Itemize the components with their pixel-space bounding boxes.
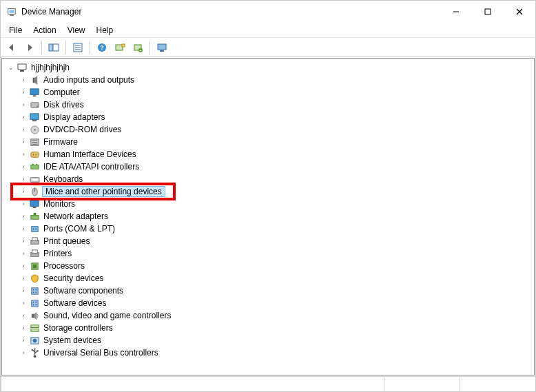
chevron-right-icon[interactable]: › — [19, 76, 28, 83]
chevron-right-icon[interactable]: › — [19, 89, 28, 96]
svg-rect-20 — [158, 44, 166, 50]
chevron-right-icon[interactable]: › — [19, 250, 28, 257]
menu-file[interactable]: File — [3, 24, 28, 37]
computer-icon — [17, 62, 28, 73]
show-hide-tree-button[interactable] — [45, 40, 62, 55]
tree-item[interactable]: ›Printers — [2, 247, 534, 260]
svg-rect-42 — [36, 163, 37, 165]
chevron-right-icon[interactable]: › — [19, 337, 28, 344]
chevron-right-icon[interactable]: › — [19, 114, 28, 121]
device-tree-pane[interactable]: ⌄ hjjhjhjhjhjh ›Audio inputs and outputs… — [1, 58, 535, 375]
minimize-button[interactable] — [440, 1, 472, 23]
tree-item-label: Mice and other pointing devices — [42, 186, 165, 197]
chevron-right-icon[interactable]: › — [19, 138, 28, 145]
svg-point-32 — [34, 129, 36, 131]
tree-item[interactable]: ›Human Interface Devices — [2, 148, 534, 161]
chevron-right-icon[interactable]: › — [19, 126, 28, 133]
printer-icon — [29, 248, 40, 259]
tree-item-label: Storage controllers — [42, 323, 114, 333]
tree-item-label: Software components — [42, 286, 125, 296]
chevron-right-icon[interactable]: › — [19, 176, 28, 183]
chevron-right-icon[interactable]: › — [19, 101, 28, 108]
back-button[interactable] — [3, 40, 20, 55]
chevron-right-icon[interactable]: › — [19, 287, 28, 294]
svg-rect-37 — [30, 152, 38, 157]
menu-help[interactable]: Help — [91, 24, 119, 37]
tree-item[interactable]: ›Mice and other pointing devices — [13, 185, 173, 198]
chevron-right-icon[interactable]: › — [19, 151, 28, 158]
tree-item-label: Software devices — [42, 298, 107, 308]
chevron-right-icon[interactable]: › — [19, 238, 28, 245]
chevron-right-icon[interactable]: › — [19, 200, 28, 207]
toolbar-separator — [41, 41, 42, 54]
statusbar — [1, 376, 535, 391]
svg-text:+: + — [139, 48, 142, 52]
chevron-right-icon[interactable]: › — [19, 225, 28, 232]
tree-item[interactable]: ›System devices — [2, 334, 534, 347]
svg-rect-59 — [32, 264, 37, 268]
tree-item-label: System devices — [42, 336, 103, 345]
tree-item[interactable]: ›Audio inputs and outputs — [2, 74, 534, 86]
tree-item-label: Universal Serial Bus controllers — [42, 348, 160, 358]
svg-rect-50 — [33, 212, 36, 215]
chevron-right-icon[interactable]: › — [19, 275, 28, 282]
maximize-button[interactable] — [472, 1, 504, 23]
tree-item[interactable]: ›Security devices — [2, 272, 534, 285]
tree-item[interactable]: ›Network adapters — [2, 210, 534, 223]
tree-item[interactable]: ›Sound, video and game controllers — [2, 309, 534, 322]
tree-item[interactable]: ›DVD/CD-ROM drives — [2, 123, 534, 136]
tree-item[interactable]: ›Software devices — [2, 297, 534, 309]
chevron-right-icon[interactable]: › — [19, 163, 28, 170]
chevron-right-icon[interactable]: › — [19, 262, 28, 269]
svg-rect-72 — [30, 329, 38, 331]
svg-rect-23 — [20, 70, 24, 72]
statusbar-panel — [384, 377, 460, 391]
close-button[interactable] — [504, 1, 535, 23]
chevron-right-icon[interactable]: › — [19, 300, 28, 307]
tree-item[interactable]: ›Ports (COM & LPT) — [2, 223, 534, 235]
ide-icon — [29, 161, 40, 172]
svg-rect-64 — [35, 291, 37, 293]
tree-item[interactable]: ›Disk drives — [2, 99, 534, 111]
remote-button[interactable] — [154, 40, 170, 55]
tree-item-label: Security devices — [42, 274, 105, 283]
forward-button[interactable] — [21, 40, 38, 55]
tree-item[interactable]: ›Software components — [2, 285, 534, 297]
properties-button[interactable] — [70, 40, 86, 55]
menu-action[interactable]: Action — [28, 24, 61, 37]
tree-item[interactable]: ›Storage controllers — [2, 322, 534, 334]
tree-item-label: Network adapters — [42, 212, 110, 221]
toolbar-separator — [150, 41, 150, 54]
tree-item-label: Ports (COM & LPT) — [42, 224, 116, 234]
svg-rect-71 — [30, 324, 38, 327]
svg-rect-26 — [32, 95, 36, 96]
chevron-right-icon[interactable]: › — [19, 349, 28, 356]
tree-item[interactable]: ›Firmware — [2, 136, 534, 148]
tree-item[interactable]: ›Print queues — [2, 235, 534, 247]
svg-rect-22 — [18, 64, 26, 70]
tree-item[interactable]: ›Computer — [2, 86, 534, 99]
expander-icon[interactable]: ⌄ — [6, 64, 16, 71]
chevron-right-icon[interactable]: › — [19, 188, 28, 195]
speaker-icon — [29, 74, 40, 85]
tree-root[interactable]: ⌄ hjjhjhjhjhjh — [2, 61, 534, 74]
svg-rect-29 — [30, 113, 38, 118]
scan-hardware-button[interactable] — [112, 40, 128, 55]
tree-item[interactable]: ›Display adapters — [2, 111, 534, 123]
tree-item[interactable]: ›Processors — [2, 260, 534, 272]
chevron-right-icon[interactable]: › — [19, 312, 28, 319]
software-icon — [29, 285, 40, 296]
tree-item-label: Firmware — [42, 137, 79, 147]
toolbar-separator — [65, 41, 66, 54]
chevron-right-icon[interactable]: › — [19, 324, 28, 331]
svg-rect-80 — [37, 350, 38, 351]
tree-item[interactable]: ›IDE ATA/ATAPI controllers — [2, 161, 534, 173]
add-legacy-button[interactable]: + — [130, 40, 146, 55]
menu-view[interactable]: View — [62, 24, 91, 37]
svg-rect-16 — [122, 44, 125, 47]
chevron-right-icon[interactable]: › — [19, 213, 28, 220]
tree-item[interactable]: ›Universal Serial Bus controllers — [2, 347, 534, 359]
svg-rect-44 — [31, 178, 37, 180]
system-icon — [29, 335, 40, 346]
help-button[interactable]: ? — [94, 40, 110, 55]
